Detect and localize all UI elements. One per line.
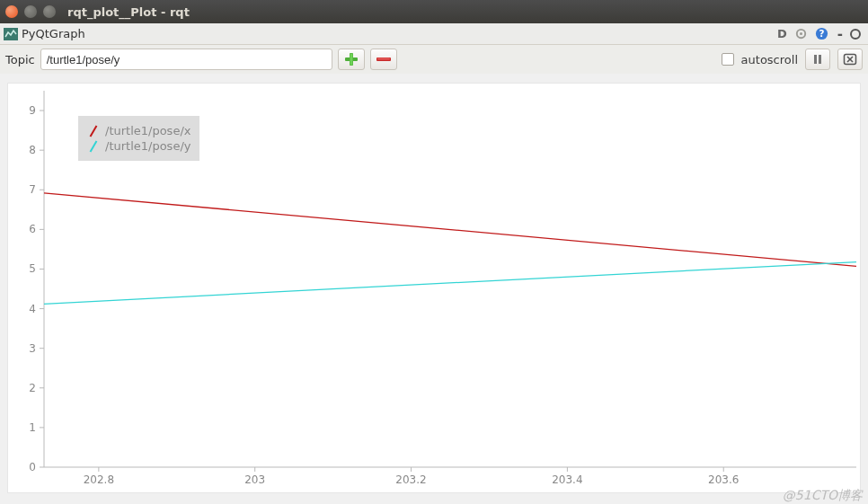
svg-text:7: 7 bbox=[29, 183, 36, 196]
svg-text:203.6: 203.6 bbox=[708, 473, 739, 486]
svg-rect-9 bbox=[814, 55, 817, 64]
pause-button[interactable] bbox=[805, 49, 830, 70]
watermark: @51CTO博客 bbox=[783, 488, 863, 504]
d-icon[interactable]: D bbox=[775, 25, 789, 42]
svg-text:2: 2 bbox=[29, 382, 36, 394]
autoscroll-checkbox[interactable] bbox=[722, 53, 734, 66]
svg-text:0: 0 bbox=[29, 461, 36, 473]
legend-swatch-icon bbox=[90, 140, 98, 152]
svg-text:9: 9 bbox=[29, 104, 36, 117]
topic-label: Topic bbox=[5, 53, 35, 66]
collapse-icon[interactable] bbox=[850, 29, 861, 40]
svg-text:203: 203 bbox=[244, 473, 265, 486]
svg-text:8: 8 bbox=[29, 144, 36, 156]
menubar: PyQtGraph D ? - bbox=[0, 23, 868, 45]
svg-rect-10 bbox=[819, 55, 821, 64]
pause-icon bbox=[811, 53, 824, 66]
svg-rect-6 bbox=[350, 54, 352, 66]
plot-area[interactable]: 0123456789202.8203203.2203.4203.6 /turtl… bbox=[7, 83, 861, 493]
svg-text:4: 4 bbox=[29, 303, 36, 315]
legend-label: /turtle1/pose/y bbox=[105, 139, 190, 153]
svg-text:202.8: 202.8 bbox=[84, 473, 114, 486]
topic-toolbar: Topic autoscroll bbox=[0, 45, 868, 74]
svg-text:203.2: 203.2 bbox=[395, 473, 426, 486]
legend-label: /turtle1/pose/x bbox=[105, 124, 190, 137]
clear-button[interactable] bbox=[837, 49, 863, 70]
plus-icon bbox=[344, 52, 359, 66]
svg-text:6: 6 bbox=[29, 223, 36, 235]
remove-button[interactable] bbox=[370, 49, 397, 70]
clear-icon bbox=[843, 53, 857, 66]
add-button[interactable] bbox=[338, 49, 365, 70]
autoscroll-label: autoscroll bbox=[741, 53, 798, 66]
maximize-icon[interactable] bbox=[43, 5, 56, 18]
svg-point-1 bbox=[800, 32, 802, 35]
svg-text:?: ? bbox=[819, 28, 824, 39]
svg-text:5: 5 bbox=[29, 262, 36, 275]
help-icon[interactable]: ? bbox=[813, 25, 830, 42]
svg-text:203.4: 203.4 bbox=[552, 473, 582, 486]
svg-rect-8 bbox=[377, 58, 390, 60]
svg-text:1: 1 bbox=[29, 421, 36, 434]
topic-input[interactable] bbox=[40, 49, 332, 70]
legend-swatch-icon bbox=[90, 125, 98, 137]
menu-pyqtgraph[interactable]: PyQtGraph bbox=[22, 27, 85, 40]
window-titlebar: rqt_plot__Plot - rqt bbox=[0, 0, 868, 23]
legend-item: /turtle1/pose/y bbox=[87, 139, 190, 153]
legend-item: /turtle1/pose/x bbox=[87, 124, 190, 137]
minimize-icon[interactable] bbox=[24, 5, 37, 18]
pyqtgraph-icon bbox=[4, 28, 18, 40]
minus-icon bbox=[376, 54, 392, 65]
window-title: rqt_plot__Plot - rqt bbox=[67, 5, 190, 19]
legend[interactable]: /turtle1/pose/x /turtle1/pose/y bbox=[78, 116, 199, 161]
close-icon[interactable] bbox=[5, 5, 18, 18]
gear-icon[interactable] bbox=[793, 25, 810, 42]
detach-icon[interactable]: - bbox=[834, 26, 846, 42]
svg-text:3: 3 bbox=[29, 342, 36, 355]
